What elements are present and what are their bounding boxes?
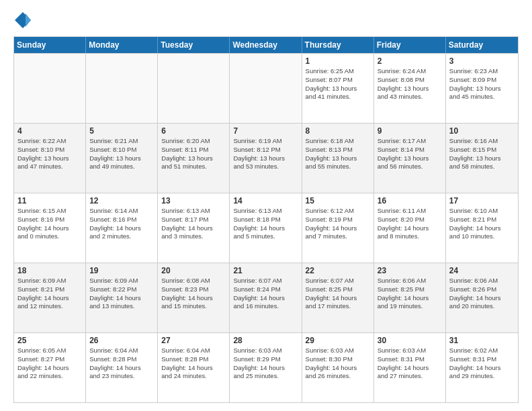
day-number: 7 — [233, 126, 298, 136]
header-day-saturday: Saturday — [446, 37, 518, 53]
calendar-cell-22: 19Sunrise: 6:09 AM Sunset: 8:22 PM Dayli… — [86, 263, 158, 332]
day-number: 23 — [378, 266, 442, 275]
day-info: Sunrise: 6:08 AM Sunset: 8:23 PM Dayligh… — [161, 277, 226, 311]
header — [13, 11, 519, 30]
day-number: 31 — [449, 336, 515, 345]
calendar-cell-25: 22Sunrise: 6:07 AM Sunset: 8:25 PM Dayli… — [302, 263, 374, 332]
calendar-cell-3 — [230, 54, 302, 123]
header-day-thursday: Thursday — [302, 37, 374, 53]
calendar-cell-16: 13Sunrise: 6:13 AM Sunset: 8:17 PM Dayli… — [158, 193, 230, 263]
header-day-tuesday: Tuesday — [158, 37, 230, 53]
header-day-sunday: Sunday — [14, 37, 86, 53]
calendar-cell-11: 8Sunrise: 6:18 AM Sunset: 8:13 PM Daylig… — [302, 124, 374, 193]
calendar-cell-10: 7Sunrise: 6:19 AM Sunset: 8:12 PM Daylig… — [230, 124, 302, 193]
day-info: Sunrise: 6:18 AM Sunset: 8:13 PM Dayligh… — [306, 137, 370, 171]
day-number: 6 — [161, 126, 226, 136]
day-info: Sunrise: 6:22 AM Sunset: 8:10 PM Dayligh… — [17, 137, 82, 171]
day-info: Sunrise: 6:05 AM Sunset: 8:27 PM Dayligh… — [17, 347, 82, 381]
calendar-cell-24: 21Sunrise: 6:07 AM Sunset: 8:24 PM Dayli… — [230, 263, 302, 332]
day-number: 12 — [89, 196, 154, 205]
day-number: 27 — [161, 336, 226, 345]
day-number: 8 — [306, 126, 370, 136]
calendar-cell-30: 27Sunrise: 6:04 AM Sunset: 8:28 PM Dayli… — [158, 333, 230, 402]
calendar-cell-20: 17Sunrise: 6:10 AM Sunset: 8:21 PM Dayli… — [446, 193, 518, 263]
calendar-cell-31: 28Sunrise: 6:03 AM Sunset: 8:29 PM Dayli… — [230, 333, 302, 402]
day-number: 14 — [233, 196, 298, 205]
day-number: 1 — [306, 56, 370, 66]
calendar-row-1: 1Sunrise: 6:25 AM Sunset: 8:07 PM Daylig… — [14, 53, 518, 123]
day-info: Sunrise: 6:04 AM Sunset: 8:28 PM Dayligh… — [89, 347, 154, 381]
day-info: Sunrise: 6:23 AM Sunset: 8:09 PM Dayligh… — [449, 67, 515, 101]
day-number: 22 — [306, 266, 370, 275]
day-info: Sunrise: 6:12 AM Sunset: 8:19 PM Dayligh… — [306, 207, 370, 241]
day-number: 18 — [17, 266, 82, 275]
calendar-cell-0 — [14, 54, 86, 123]
logo-icon — [13, 11, 32, 30]
page: SundayMondayTuesdayWednesdayThursdayFrid… — [0, 0, 532, 411]
calendar-row-3: 11Sunrise: 6:15 AM Sunset: 8:16 PM Dayli… — [14, 193, 518, 263]
day-info: Sunrise: 6:09 AM Sunset: 8:21 PM Dayligh… — [17, 277, 82, 311]
day-number: 4 — [17, 126, 82, 136]
day-info: Sunrise: 6:17 AM Sunset: 8:14 PM Dayligh… — [378, 137, 442, 171]
calendar-body: 1Sunrise: 6:25 AM Sunset: 8:07 PM Daylig… — [14, 53, 518, 402]
day-info: Sunrise: 6:07 AM Sunset: 8:25 PM Dayligh… — [306, 277, 370, 311]
calendar-cell-15: 12Sunrise: 6:14 AM Sunset: 8:16 PM Dayli… — [86, 193, 158, 263]
day-number: 29 — [306, 336, 370, 345]
calendar-cell-21: 18Sunrise: 6:09 AM Sunset: 8:21 PM Dayli… — [14, 263, 86, 332]
calendar-cell-29: 26Sunrise: 6:04 AM Sunset: 8:28 PM Dayli… — [86, 333, 158, 402]
header-day-wednesday: Wednesday — [230, 37, 302, 53]
day-info: Sunrise: 6:02 AM Sunset: 8:31 PM Dayligh… — [449, 347, 515, 381]
day-info: Sunrise: 6:20 AM Sunset: 8:11 PM Dayligh… — [161, 137, 226, 171]
day-info: Sunrise: 6:07 AM Sunset: 8:24 PM Dayligh… — [233, 277, 298, 311]
day-number: 28 — [233, 336, 298, 345]
header-day-friday: Friday — [374, 37, 446, 53]
calendar-cell-34: 31Sunrise: 6:02 AM Sunset: 8:31 PM Dayli… — [446, 333, 518, 402]
day-info: Sunrise: 6:03 AM Sunset: 8:31 PM Dayligh… — [378, 347, 442, 381]
day-info: Sunrise: 6:06 AM Sunset: 8:25 PM Dayligh… — [378, 277, 442, 311]
calendar-cell-12: 9Sunrise: 6:17 AM Sunset: 8:14 PM Daylig… — [374, 124, 446, 193]
calendar-cell-4: 1Sunrise: 6:25 AM Sunset: 8:07 PM Daylig… — [302, 54, 374, 123]
day-number: 20 — [161, 266, 226, 275]
calendar-cell-28: 25Sunrise: 6:05 AM Sunset: 8:27 PM Dayli… — [14, 333, 86, 402]
day-info: Sunrise: 6:16 AM Sunset: 8:15 PM Dayligh… — [449, 137, 515, 171]
calendar-cell-32: 29Sunrise: 6:03 AM Sunset: 8:30 PM Dayli… — [302, 333, 374, 402]
calendar-cell-14: 11Sunrise: 6:15 AM Sunset: 8:16 PM Dayli… — [14, 193, 86, 263]
header-day-monday: Monday — [86, 37, 158, 53]
calendar-row-2: 4Sunrise: 6:22 AM Sunset: 8:10 PM Daylig… — [14, 123, 518, 193]
day-info: Sunrise: 6:13 AM Sunset: 8:17 PM Dayligh… — [161, 207, 226, 241]
day-number: 24 — [449, 266, 515, 275]
calendar-cell-7: 4Sunrise: 6:22 AM Sunset: 8:10 PM Daylig… — [14, 124, 86, 193]
calendar-cell-26: 23Sunrise: 6:06 AM Sunset: 8:25 PM Dayli… — [374, 263, 446, 332]
calendar-cell-5: 2Sunrise: 6:24 AM Sunset: 8:08 PM Daylig… — [374, 54, 446, 123]
day-info: Sunrise: 6:14 AM Sunset: 8:16 PM Dayligh… — [89, 207, 154, 241]
day-info: Sunrise: 6:21 AM Sunset: 8:10 PM Dayligh… — [89, 137, 154, 171]
day-number: 5 — [89, 126, 154, 136]
calendar-row-4: 18Sunrise: 6:09 AM Sunset: 8:21 PM Dayli… — [14, 263, 518, 332]
calendar-cell-2 — [158, 54, 230, 123]
day-info: Sunrise: 6:25 AM Sunset: 8:07 PM Dayligh… — [306, 67, 370, 101]
day-number: 2 — [378, 56, 442, 66]
calendar-cell-18: 15Sunrise: 6:12 AM Sunset: 8:19 PM Dayli… — [302, 193, 374, 263]
day-number: 26 — [89, 336, 154, 345]
day-number: 15 — [306, 196, 370, 205]
calendar-cell-6: 3Sunrise: 6:23 AM Sunset: 8:09 PM Daylig… — [446, 54, 518, 123]
day-number: 13 — [161, 196, 226, 205]
calendar-cell-8: 5Sunrise: 6:21 AM Sunset: 8:10 PM Daylig… — [86, 124, 158, 193]
calendar-cell-33: 30Sunrise: 6:03 AM Sunset: 8:31 PM Dayli… — [374, 333, 446, 402]
calendar-header: SundayMondayTuesdayWednesdayThursdayFrid… — [14, 37, 518, 53]
day-info: Sunrise: 6:24 AM Sunset: 8:08 PM Dayligh… — [378, 67, 442, 101]
day-info: Sunrise: 6:13 AM Sunset: 8:18 PM Dayligh… — [233, 207, 298, 241]
calendar-cell-17: 14Sunrise: 6:13 AM Sunset: 8:18 PM Dayli… — [230, 193, 302, 263]
calendar-cell-1 — [86, 54, 158, 123]
day-number: 25 — [17, 336, 82, 345]
day-number: 10 — [449, 126, 515, 136]
day-number: 16 — [378, 196, 442, 205]
day-number: 11 — [17, 196, 82, 205]
calendar-cell-9: 6Sunrise: 6:20 AM Sunset: 8:11 PM Daylig… — [158, 124, 230, 193]
logo — [13, 11, 35, 30]
day-info: Sunrise: 6:15 AM Sunset: 8:16 PM Dayligh… — [17, 207, 82, 241]
day-info: Sunrise: 6:19 AM Sunset: 8:12 PM Dayligh… — [233, 137, 298, 171]
day-info: Sunrise: 6:11 AM Sunset: 8:20 PM Dayligh… — [378, 207, 442, 241]
calendar-row-5: 25Sunrise: 6:05 AM Sunset: 8:27 PM Dayli… — [14, 332, 518, 402]
calendar-cell-23: 20Sunrise: 6:08 AM Sunset: 8:23 PM Dayli… — [158, 263, 230, 332]
